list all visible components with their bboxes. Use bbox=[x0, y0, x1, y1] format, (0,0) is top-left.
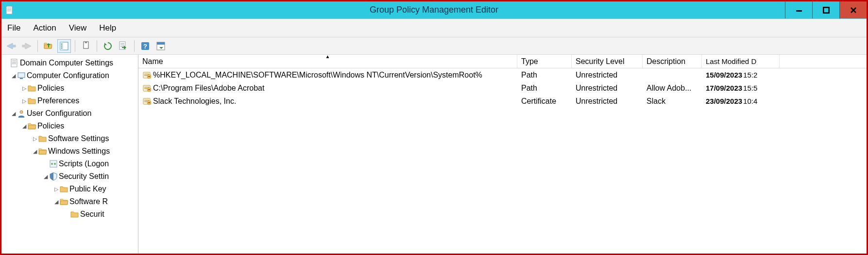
tree-pane[interactable]: Domain Computer Settings ◢ Computer Conf… bbox=[1, 55, 138, 254]
copy-icon bbox=[82, 41, 90, 51]
export-button[interactable] bbox=[117, 39, 130, 53]
tree-software-restriction[interactable]: ◢ Software R bbox=[1, 195, 138, 208]
collapse-icon[interactable]: ▷ bbox=[21, 85, 28, 92]
details-pane: Name ▲ Type Security Level Description L… bbox=[138, 55, 867, 254]
expand-icon[interactable]: ◢ bbox=[10, 73, 17, 79]
export-icon bbox=[119, 41, 128, 51]
toolbar-separator bbox=[97, 40, 97, 52]
user-icon bbox=[17, 109, 26, 118]
tree-software-settings[interactable]: ▷ Software Settings bbox=[1, 132, 138, 145]
back-button[interactable] bbox=[4, 39, 18, 53]
collapse-icon[interactable]: ▷ bbox=[21, 98, 28, 104]
tree-label: Policies bbox=[37, 84, 64, 93]
tree-label: Preferences bbox=[37, 96, 79, 105]
tree-label: Security Settin bbox=[59, 172, 109, 181]
svg-rect-16 bbox=[823, 7, 829, 13]
list-row[interactable]: Slack Technologies, Inc. Certificate Unr… bbox=[138, 95, 867, 108]
computer-icon bbox=[17, 71, 26, 80]
tree-windows-settings[interactable]: ◢ Windows Settings bbox=[1, 145, 138, 158]
collapse-icon[interactable]: ▷ bbox=[32, 136, 38, 142]
column-label: Description bbox=[647, 57, 685, 66]
tree-icon bbox=[59, 41, 69, 51]
rule-name: %HKEY_LOCAL_MACHINE\SOFTWARE\Microsoft\W… bbox=[153, 71, 482, 80]
tree-label: Software R bbox=[69, 197, 108, 206]
column-name[interactable]: Name ▲ bbox=[138, 55, 517, 68]
svg-text:?: ? bbox=[143, 43, 147, 50]
svg-point-19 bbox=[61, 44, 62, 45]
details-body[interactable]: %HKEY_LOCAL_MACHINE\SOFTWARE\Microsoft\W… bbox=[138, 68, 867, 108]
tree-comp-policies[interactable]: ▷ Policies bbox=[1, 82, 138, 95]
up-button[interactable] bbox=[42, 39, 55, 53]
show-hide-tree-button[interactable] bbox=[57, 39, 71, 53]
menu-file[interactable]: File bbox=[5, 22, 22, 34]
minimize-icon bbox=[796, 7, 802, 14]
column-type[interactable]: Type bbox=[517, 55, 572, 68]
back-icon bbox=[6, 42, 17, 50]
settings-icon bbox=[156, 41, 166, 51]
window-controls bbox=[785, 1, 867, 18]
column-label: Name bbox=[142, 57, 163, 66]
expand-icon[interactable]: ◢ bbox=[42, 174, 49, 180]
tree-label: User Configuration bbox=[27, 109, 91, 118]
tree-security-settings[interactable]: ◢ Security Settin bbox=[1, 170, 138, 183]
tree-root[interactable]: Domain Computer Settings bbox=[1, 57, 138, 69]
forward-button[interactable] bbox=[20, 39, 34, 53]
refresh-icon bbox=[103, 41, 113, 51]
tree-label: Scripts (Logon bbox=[59, 159, 109, 168]
tree-label: Software Settings bbox=[48, 134, 109, 143]
tree-user-config[interactable]: ◢ User Configuration bbox=[1, 107, 138, 120]
folder-icon bbox=[70, 210, 79, 219]
tree-user-policies[interactable]: ◢ Policies bbox=[1, 120, 138, 132]
minimize-button[interactable] bbox=[785, 1, 812, 18]
refresh-button[interactable] bbox=[101, 39, 115, 53]
up-icon bbox=[44, 41, 53, 51]
expand-icon[interactable]: ◢ bbox=[21, 123, 28, 129]
column-modified[interactable]: Last Modified D bbox=[702, 55, 780, 68]
folder-open-icon bbox=[38, 147, 47, 156]
rule-icon bbox=[142, 97, 151, 106]
help-icon: ? bbox=[140, 41, 150, 51]
collapse-icon[interactable]: ▷ bbox=[53, 186, 60, 192]
menu-view[interactable]: View bbox=[67, 22, 89, 34]
help-button[interactable]: ? bbox=[138, 39, 152, 53]
column-label: Last Modified D bbox=[706, 57, 756, 65]
column-label: Security Level bbox=[576, 57, 625, 66]
titlebar[interactable]: Group Policy Management Editor bbox=[1, 1, 867, 19]
toolbar: ? bbox=[1, 37, 867, 55]
toolbar-separator bbox=[37, 40, 38, 52]
menu-action[interactable]: Action bbox=[31, 22, 58, 34]
app-window: Group Policy Management Editor File Acti… bbox=[0, 0, 868, 255]
window-title: Group Policy Management Editor bbox=[1, 5, 867, 15]
rule-security: Unrestricted bbox=[572, 71, 643, 80]
tree-computer-config[interactable]: ◢ Computer Configuration bbox=[1, 69, 138, 82]
list-row[interactable]: C:\Program Files\Adobe Acrobat Path Unre… bbox=[138, 81, 867, 95]
menubar: File Action View Help bbox=[1, 19, 867, 37]
svg-point-21 bbox=[61, 48, 62, 48]
close-button[interactable] bbox=[839, 1, 867, 18]
copy-button[interactable] bbox=[79, 39, 93, 53]
column-security[interactable]: Security Level bbox=[572, 55, 643, 68]
rule-name: Slack Technologies, Inc. bbox=[153, 97, 236, 106]
folder-icon bbox=[28, 84, 36, 93]
expand-icon[interactable]: ◢ bbox=[53, 199, 60, 205]
menu-help[interactable]: Help bbox=[97, 22, 118, 34]
tree-security-levels[interactable]: Securit bbox=[1, 208, 138, 221]
rule-type: Path bbox=[517, 71, 572, 80]
document-icon bbox=[10, 59, 19, 67]
expand-icon[interactable]: ◢ bbox=[32, 148, 38, 155]
tree-scripts[interactable]: Scripts (Logon bbox=[1, 158, 138, 170]
details-header: Name ▲ Type Security Level Description L… bbox=[138, 55, 867, 68]
list-row[interactable]: %HKEY_LOCAL_MACHINE\SOFTWARE\Microsoft\W… bbox=[138, 68, 867, 81]
column-description[interactable]: Description bbox=[643, 55, 702, 68]
close-icon bbox=[850, 7, 857, 14]
tree-label: Policies bbox=[37, 122, 64, 130]
maximize-button[interactable] bbox=[812, 1, 839, 18]
svg-rect-15 bbox=[796, 10, 802, 12]
tree-comp-prefs[interactable]: ▷ Preferences bbox=[1, 95, 138, 107]
rule-description: Slack bbox=[643, 97, 702, 106]
svg-point-20 bbox=[61, 46, 62, 47]
settings-button[interactable] bbox=[154, 39, 168, 53]
expand-icon[interactable]: ◢ bbox=[10, 111, 17, 117]
tree-public-key[interactable]: ▷ Public Key bbox=[1, 183, 138, 195]
folder-icon bbox=[28, 96, 36, 105]
